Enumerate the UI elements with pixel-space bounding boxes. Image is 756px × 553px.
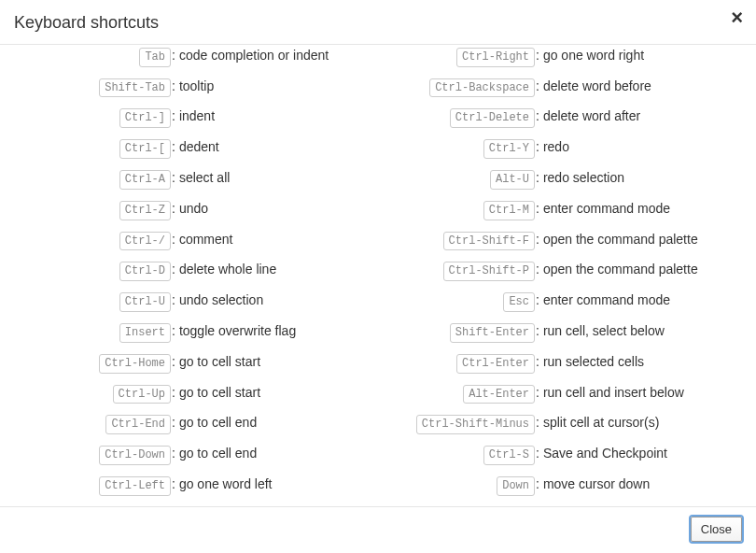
shortcut-desc: dedent (179, 138, 219, 157)
shortcut-key: Ctrl-U (14, 291, 171, 312)
shortcut-key: Tab (14, 47, 171, 67)
shortcut-row: Ctrl-S:Save and Checkpoint (378, 445, 742, 465)
shortcut-key: Insert (14, 322, 171, 343)
kbd: Ctrl-Left (99, 476, 171, 496)
kbd: Alt-Enter (463, 385, 535, 404)
keyboard-shortcuts-modal: Keyboard shortcuts × Space : scroll note… (0, 0, 756, 553)
shortcut-key: Ctrl-Shift-Minus (378, 414, 535, 434)
shortcut-row: Ctrl-]:indent (14, 107, 378, 128)
shortcut-desc: run selected cells (543, 353, 644, 372)
shortcut-key: Ctrl-] (14, 107, 171, 128)
close-button[interactable]: Close (691, 517, 742, 542)
separator: : (171, 231, 179, 249)
shortcut-desc: open the command palette (543, 231, 698, 249)
shortcut-key: Down (378, 475, 535, 496)
kbd: Ctrl-M (483, 201, 535, 220)
modal-footer: Close (0, 507, 756, 553)
kbd: Ctrl-Y (483, 139, 535, 159)
shortcut-row: Ctrl-Z:undo (14, 200, 378, 220)
shortcut-row: Ctrl-Backspace:delete word before (378, 78, 742, 98)
shortcut-desc: redo selection (543, 169, 624, 188)
shortcut-row: Ctrl-Left:go one word left (14, 475, 378, 496)
kbd: Ctrl-Delete (450, 108, 535, 128)
kbd: Ctrl-A (119, 170, 171, 190)
separator: : (535, 78, 543, 96)
kbd: Ctrl-] (119, 108, 171, 128)
kbd: Tab (139, 48, 171, 67)
shortcut-desc: go to cell end (179, 414, 257, 432)
shortcut-key: Ctrl-/ (14, 231, 171, 251)
shortcut-key: Ctrl-Backspace (378, 78, 535, 98)
shortcut-row: Ctrl-Home:go to cell start (14, 353, 378, 374)
separator: : (535, 291, 543, 310)
kbd: Ctrl-[ (119, 139, 171, 159)
separator: : (535, 445, 543, 463)
shortcut-key: Ctrl-S (378, 445, 535, 465)
modal-body[interactable]: Space : scroll notebook down Edit Mode (… (0, 44, 756, 507)
separator: : (535, 231, 543, 249)
shortcut-desc: comment (179, 231, 233, 249)
shortcut-row: Ctrl-U:undo selection (14, 291, 378, 312)
shortcut-row: Ctrl-D:delete whole line (14, 261, 378, 281)
modal-header: Keyboard shortcuts × (0, 0, 756, 44)
shortcut-desc: open the command palette (543, 261, 698, 279)
separator: : (171, 169, 179, 188)
kbd: Esc (503, 292, 535, 312)
shortcut-row: Ctrl-Enter:run selected cells (378, 353, 742, 374)
shortcut-desc: undo (179, 200, 208, 219)
separator: : (171, 414, 179, 432)
shortcut-desc: tooltip (179, 78, 214, 96)
kbd: Shift-Tab (99, 78, 171, 98)
separator: : (535, 138, 543, 157)
shortcut-key: Ctrl-Down (14, 445, 171, 465)
shortcut-key: Ctrl-M (378, 200, 535, 220)
shortcut-desc: run cell, select below (543, 322, 665, 341)
separator: : (171, 384, 179, 403)
shortcut-desc: undo selection (179, 291, 263, 310)
shortcut-key: Ctrl-Shift-F (378, 231, 535, 251)
separator: : (171, 78, 179, 96)
shortcut-row: Ctrl-/:comment (14, 231, 378, 251)
shortcut-desc: enter command mode (543, 200, 670, 219)
separator: : (535, 322, 543, 341)
separator: : (171, 322, 179, 341)
shortcut-desc: indent (179, 107, 215, 126)
separator: : (535, 261, 543, 279)
separator: : (535, 47, 543, 65)
separator: : (535, 414, 543, 432)
shortcut-key: Shift-Enter (378, 322, 535, 343)
shortcut-key: Ctrl-Up (14, 384, 171, 404)
separator: : (171, 353, 179, 372)
kbd: Insert (119, 323, 171, 343)
separator: : (535, 200, 543, 219)
shortcut-key: Alt-Enter (378, 384, 535, 404)
separator: : (535, 169, 543, 188)
shortcut-key: Ctrl-Right (378, 47, 535, 67)
shortcut-desc: go one word left (179, 475, 273, 494)
separator: : (171, 138, 179, 157)
separator: : (171, 291, 179, 310)
kbd: Ctrl-D (119, 262, 171, 281)
shortcut-desc: select all (179, 169, 230, 188)
shortcut-key: Ctrl-Home (14, 353, 171, 374)
shortcut-row: Down:move cursor down (378, 475, 742, 496)
separator: : (171, 200, 179, 219)
separator: : (535, 384, 543, 403)
close-icon[interactable]: × (731, 7, 743, 28)
shortcut-key: Ctrl-A (14, 169, 171, 190)
separator: : (171, 261, 179, 279)
shortcut-row: Insert:toggle overwrite flag (14, 322, 378, 343)
kbd: Ctrl-Z (119, 201, 171, 220)
shortcut-row: Ctrl-Shift-F:open the command palette (378, 231, 742, 251)
shortcut-row: Ctrl-Down:go to cell end (14, 445, 378, 465)
shortcut-desc: go to cell start (179, 353, 260, 372)
shortcut-desc: redo (543, 138, 569, 157)
separator: : (535, 475, 543, 494)
separator: : (171, 47, 179, 65)
shortcut-key: Ctrl-D (14, 261, 171, 281)
shortcut-row: Tab:code completion or indent (14, 47, 378, 67)
shortcut-desc: enter command mode (543, 291, 670, 310)
shortcut-row: Alt-Enter:run cell and insert below (378, 384, 742, 404)
kbd: Ctrl-Right (456, 48, 535, 67)
kbd: Ctrl-End (105, 415, 171, 434)
